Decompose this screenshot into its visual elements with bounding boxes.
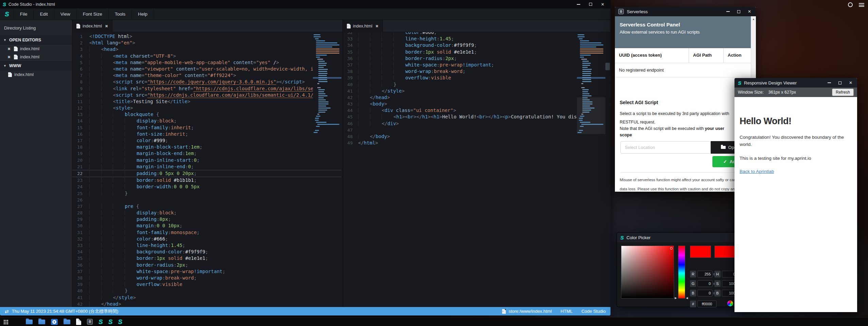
code-line[interactable]: 33 line-height:1.45; bbox=[343, 36, 610, 42]
code-line[interactable]: 40 } bbox=[343, 81, 610, 88]
maximize-icon[interactable] bbox=[838, 81, 842, 84]
code-line[interactable]: 23 border:solid #b1b1b1; bbox=[72, 177, 341, 184]
sidebar-section-www[interactable]: ▼ WWW bbox=[0, 61, 72, 71]
refresh-button[interactable]: Refresh bbox=[832, 89, 854, 96]
maximize-icon[interactable] bbox=[737, 10, 740, 13]
code-line[interactable]: 40 } bbox=[72, 288, 341, 294]
back-to-aprintlab-link[interactable]: Back to Aprintlab bbox=[740, 169, 774, 174]
code-line[interactable]: 35 border:1px solid #e1e1e1; bbox=[343, 49, 610, 55]
current-color-swatch[interactable] bbox=[690, 246, 711, 258]
minimize-icon[interactable] bbox=[577, 4, 580, 5]
restore-icon[interactable] bbox=[589, 3, 592, 6]
folder-icon[interactable] bbox=[26, 320, 33, 324]
color-cursor-icon[interactable] bbox=[670, 247, 673, 250]
menu-font-size[interactable]: Font Size bbox=[76, 9, 108, 19]
code-line[interactable]: 34 background-color:#f9f9f9; bbox=[72, 249, 341, 255]
menu-file[interactable]: File bbox=[14, 9, 34, 19]
minimap[interactable] bbox=[314, 34, 341, 134]
blue-value-input[interactable]: 0 bbox=[697, 290, 712, 296]
code-line[interactable]: 32 color:#666; bbox=[72, 236, 341, 242]
tab-index-html-pane1[interactable]: index.html ✖ bbox=[72, 20, 112, 32]
close-icon[interactable]: ✕ bbox=[601, 2, 604, 6]
minimap[interactable] bbox=[578, 34, 605, 134]
code-line[interactable]: 42 </head> bbox=[343, 94, 610, 101]
hue-marker-right-icon[interactable]: ▶ bbox=[675, 296, 677, 300]
code-line[interactable]: 1<!DOCTYPE html> bbox=[72, 33, 341, 40]
code-line[interactable]: 5 <meta name="apple-mobile-web-app-capab… bbox=[72, 59, 341, 66]
system-menu-icon[interactable] bbox=[859, 3, 864, 7]
code-studio-app-icon[interactable]: S bbox=[118, 319, 122, 325]
code-line[interactable]: 3 <head> bbox=[72, 46, 341, 53]
green-value-input[interactable]: 0 bbox=[697, 280, 712, 287]
code-line[interactable]: 36 border-radius:2px; bbox=[343, 55, 610, 62]
code-line[interactable]: 17 color:#999; bbox=[72, 137, 341, 144]
sidebar-item-open-editor-2[interactable]: ✖ index.html bbox=[0, 53, 72, 61]
sidebar-item-www-index[interactable]: index.html bbox=[0, 71, 72, 79]
code-line[interactable]: 28 display:block; bbox=[72, 210, 341, 216]
code-line[interactable]: 39 overflow:visible bbox=[72, 281, 341, 288]
code-line[interactable]: 16 font-size:inherit; bbox=[72, 131, 341, 137]
code-line[interactable]: 29 padding:8px; bbox=[72, 216, 341, 223]
scroll-up-icon[interactable]: ▲ bbox=[751, 16, 756, 21]
code-line[interactable]: 48 </body> bbox=[343, 133, 610, 140]
sidebar-item-open-editor-1[interactable]: ✖ index.html bbox=[0, 45, 72, 53]
code-line[interactable]: 15 font-family:inherit; bbox=[72, 124, 341, 131]
close-icon[interactable]: ✖ bbox=[7, 55, 12, 59]
close-icon[interactable]: ✖ bbox=[105, 24, 108, 28]
close-icon[interactable]: ✖ bbox=[7, 47, 12, 51]
menu-tools[interactable]: Tools bbox=[108, 9, 132, 19]
saturation-value-field[interactable] bbox=[621, 246, 674, 299]
code-line[interactable]: 8 <script src="https://code.jquery.com/j… bbox=[72, 79, 341, 85]
code-studio-app-icon[interactable]: S bbox=[99, 319, 103, 325]
code-line[interactable]: 42 </head> bbox=[72, 301, 341, 307]
code-line[interactable]: 18 margin-block-start:1em; bbox=[72, 144, 341, 150]
code-line[interactable]: 20 margin-inline-start:0; bbox=[72, 157, 341, 164]
document-icon[interactable] bbox=[76, 319, 81, 325]
code-line[interactable]: 41 </style> bbox=[343, 88, 610, 94]
code-line[interactable]: 47 bbox=[343, 127, 610, 133]
folder-icon[interactable] bbox=[64, 320, 70, 324]
code-line[interactable]: 33 line-height:1.45; bbox=[72, 242, 341, 249]
code-line[interactable]: 45 <h1><br></h1><h1>Hello World!<br></h1… bbox=[343, 114, 610, 120]
code-line[interactable]: 4 <meta charset="UTF-8"> bbox=[72, 53, 341, 59]
code-line[interactable]: 44 <div class="ui container"> bbox=[343, 107, 610, 114]
code-line[interactable]: 11 <title>Testing Site</title> bbox=[72, 98, 341, 105]
code-line[interactable]: 30 margin:0 0 10px; bbox=[72, 223, 341, 229]
sidebar-section-open-editors[interactable]: ▼ OPEN EDITORS bbox=[0, 35, 72, 45]
code-line[interactable]: 36 border-radius:2px; bbox=[72, 262, 341, 268]
code-line[interactable]: 10 <script src="https://cdnjs.cloudflare… bbox=[72, 92, 341, 98]
code-line[interactable]: 38 word-wrap:break-word; bbox=[343, 68, 610, 75]
editor-pane-2[interactable]: 32 color:#666;33 line-height:1.45;34 bac… bbox=[342, 32, 610, 307]
hex-value-input[interactable]: ff0000 bbox=[697, 301, 716, 307]
code-line[interactable]: 19 margin-block-end:1em; bbox=[72, 150, 341, 157]
code-line[interactable]: 22 padding:0 5px 0 20px; bbox=[72, 170, 341, 177]
hue-slider[interactable] bbox=[678, 246, 685, 299]
close-icon[interactable]: ✕ bbox=[849, 81, 852, 85]
tab-index-html-pane2[interactable]: index.html ✖ bbox=[342, 20, 383, 32]
code-line[interactable]: 24 border-width:0 0 0 5px bbox=[72, 184, 341, 190]
code-line[interactable]: 46 </div> bbox=[343, 120, 610, 127]
close-icon[interactable]: ✕ bbox=[748, 9, 751, 14]
code-line[interactable]: 12 <style> bbox=[72, 105, 341, 111]
previous-color-swatch[interactable] bbox=[714, 246, 736, 258]
code-line[interactable]: 31 font-family:monospace; bbox=[72, 229, 341, 236]
menu-help[interactable]: Help bbox=[131, 9, 154, 19]
menu-view[interactable]: View bbox=[54, 9, 76, 19]
code-line[interactable]: 26 bbox=[72, 197, 341, 203]
minimize-icon[interactable] bbox=[828, 82, 831, 83]
code-line[interactable]: 32 color:#666; bbox=[343, 32, 610, 36]
menu-edit[interactable]: Edit bbox=[33, 9, 54, 19]
hue-marker-left-icon[interactable]: ◀ bbox=[686, 296, 688, 300]
editor-pane-1[interactable]: 1<!DOCTYPE html>2<html lang="en">3 <head… bbox=[72, 32, 341, 307]
code-line[interactable]: 27 pre { bbox=[72, 203, 341, 210]
code-line[interactable]: 39 overflow:visible bbox=[343, 75, 610, 81]
code-line[interactable]: 2<html lang="en"> bbox=[72, 40, 341, 46]
code-line[interactable]: 21 margin-inline-end:0; bbox=[72, 164, 341, 170]
minimize-icon[interactable] bbox=[726, 11, 730, 12]
code-line[interactable]: 37 white-space:pre-wrap!important; bbox=[343, 62, 610, 68]
code-line[interactable]: 37 white-space:pre-wrap!important; bbox=[72, 268, 341, 275]
serverless-app-icon[interactable]: 0 bbox=[87, 319, 93, 325]
media-app-icon[interactable] bbox=[51, 319, 58, 325]
code-line[interactable]: 14 display:block; bbox=[72, 118, 341, 124]
code-line[interactable]: 35 border:1px solid #e1e1e1; bbox=[72, 255, 341, 262]
